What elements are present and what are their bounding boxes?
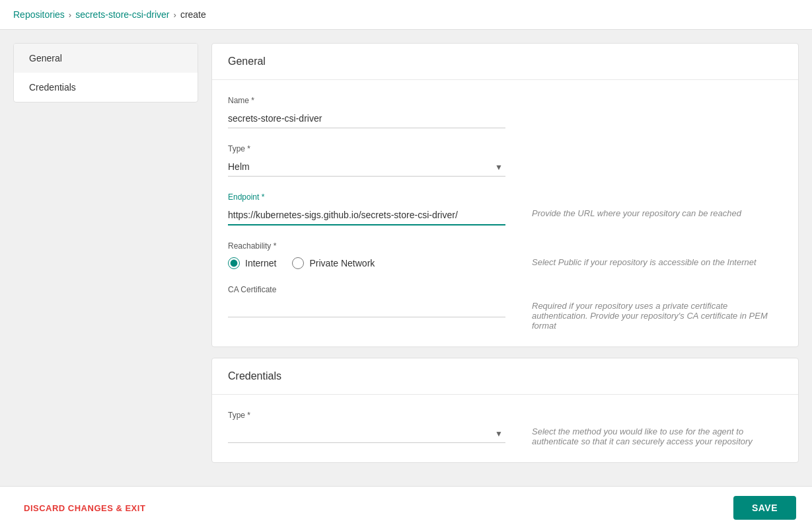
sidebar-item-credentials[interactable]: Credentials bbox=[14, 73, 198, 102]
reachability-radio-group: Internet Private Network bbox=[228, 255, 505, 269]
breadcrumb-sep-2: › bbox=[174, 10, 176, 20]
type-hint bbox=[532, 144, 782, 160]
type-field: Type * Helm Git OCI ▼ bbox=[228, 144, 505, 177]
name-label: Name * bbox=[228, 96, 505, 105]
credentials-type-label: Type * bbox=[228, 411, 505, 420]
name-row: Name * bbox=[228, 96, 782, 128]
type-select-wrapper: Helm Git OCI ▼ bbox=[228, 157, 505, 177]
discard-button[interactable]: DISCARD CHANGES & EXIT bbox=[16, 498, 153, 518]
general-section: General Name * Type * bbox=[211, 43, 799, 347]
endpoint-hint: Provide the URL where your repository ca… bbox=[532, 192, 782, 218]
sidebar-item-general[interactable]: General bbox=[14, 44, 198, 73]
ca-cert-field: CA Certificate bbox=[228, 285, 505, 317]
ca-cert-row: CA Certificate Required if your reposito… bbox=[228, 285, 782, 331]
save-button[interactable]: SAVE bbox=[733, 496, 796, 520]
breadcrumb-sep-1: › bbox=[69, 10, 71, 20]
name-input[interactable] bbox=[228, 109, 505, 128]
endpoint-input[interactable] bbox=[228, 206, 505, 225]
breadcrumb-create: create bbox=[180, 9, 206, 20]
reachability-field: Reachability * Internet Private Network bbox=[228, 241, 505, 269]
credentials-section-title: Credentials bbox=[212, 358, 798, 395]
credentials-type-hint: Select the method you would like to use … bbox=[532, 411, 782, 446]
internet-option[interactable]: Internet bbox=[228, 257, 276, 269]
general-section-title: General bbox=[212, 44, 798, 80]
breadcrumb: Repositories › secrets-store-csi-driver … bbox=[0, 0, 812, 30]
ca-cert-input[interactable] bbox=[228, 298, 505, 317]
internet-label: Internet bbox=[245, 258, 276, 268]
internet-radio[interactable] bbox=[228, 257, 240, 269]
credentials-type-row: Type * Basic Auth Token SSH Key ▼ Select… bbox=[228, 411, 782, 446]
private-network-radio[interactable] bbox=[292, 257, 304, 269]
private-network-label: Private Network bbox=[309, 258, 375, 268]
credentials-type-select-wrapper: Basic Auth Token SSH Key ▼ bbox=[228, 424, 505, 443]
type-label: Type * bbox=[228, 144, 505, 153]
name-field: Name * bbox=[228, 96, 505, 128]
sidebar: General Credentials bbox=[13, 43, 198, 102]
credentials-type-field: Type * Basic Auth Token SSH Key ▼ bbox=[228, 411, 505, 443]
credentials-type-select[interactable]: Basic Auth Token SSH Key bbox=[228, 424, 505, 443]
endpoint-label: Endpoint * bbox=[228, 192, 505, 202]
footer-bar: DISCARD CHANGES & EXIT SAVE bbox=[0, 486, 812, 529]
credentials-section: Credentials Type * Basic Auth Token SSH … bbox=[211, 358, 799, 463]
type-select[interactable]: Helm Git OCI bbox=[228, 157, 505, 177]
name-hint bbox=[532, 96, 782, 112]
reachability-hint: Select Public if your repository is acce… bbox=[532, 241, 782, 267]
content-area: General Name * Type * bbox=[211, 43, 799, 463]
breadcrumb-repositories[interactable]: Repositories bbox=[13, 9, 65, 20]
ca-cert-label: CA Certificate bbox=[228, 285, 505, 294]
reachability-label: Reachability * bbox=[228, 241, 505, 251]
breadcrumb-driver[interactable]: secrets-store-csi-driver bbox=[75, 9, 169, 20]
reachability-row: Reachability * Internet Private Network bbox=[228, 241, 782, 269]
endpoint-field: Endpoint * bbox=[228, 192, 505, 225]
private-network-option[interactable]: Private Network bbox=[292, 257, 375, 269]
endpoint-row: Endpoint * Provide the URL where your re… bbox=[228, 192, 782, 225]
type-row: Type * Helm Git OCI ▼ bbox=[228, 144, 782, 177]
ca-cert-hint: Required if your repository uses a priva… bbox=[532, 285, 782, 331]
